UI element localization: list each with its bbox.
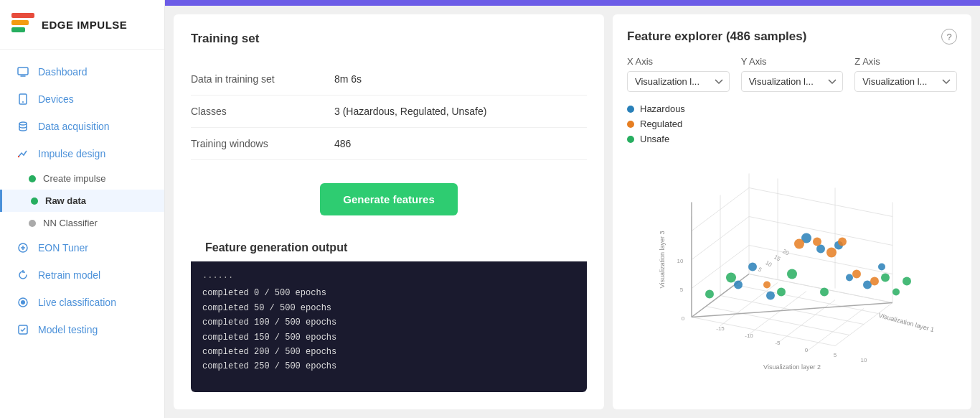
feature-output-section: Feature generation output ...... complet… <box>191 230 587 392</box>
tick-z-15: 15 <box>773 254 782 263</box>
sidebar-item-label-live: Live classification <box>38 297 116 308</box>
output-log: ...... completed 0 / 500 epochs complete… <box>191 261 587 392</box>
svg-point-2 <box>22 101 24 103</box>
grid-floor <box>692 274 892 352</box>
chart-icon <box>17 147 29 160</box>
x-axis-label-text: Visualization layer 2 <box>763 363 821 371</box>
dot-green-create <box>29 175 36 182</box>
tick-z-10: 10 <box>764 259 773 269</box>
legend-label-unsafe: Unsafe <box>640 134 669 144</box>
main-content: Training set Data in training set 8m 6s … <box>165 0 980 418</box>
sidebar-item-label-testing: Model testing <box>38 324 98 335</box>
stat-label-data: Data in training set <box>191 73 334 85</box>
sidebar-item-eon-tuner[interactable]: EON Tuner <box>0 234 164 261</box>
sidebar-item-model-testing[interactable]: Model testing <box>0 316 164 343</box>
legend-dot-hazardous <box>627 106 634 113</box>
point-u-7 <box>903 277 911 286</box>
z-axis-group: Z Axis Visualization l... <box>854 56 957 92</box>
generate-features-button[interactable]: Generate features <box>320 183 458 215</box>
legend-dot-regulated <box>627 121 634 128</box>
log-line-5: completed 250 / 500 epochs <box>202 359 575 373</box>
legend-label-hazardous: Hazardous <box>640 103 685 114</box>
point-u-5 <box>881 274 890 282</box>
sidebar: EDGE IMPULSE Dashboard Devices Data acqu… <box>0 0 165 418</box>
scatter-svg: Visualization layer 3 Visualization laye… <box>627 153 957 395</box>
stat-row-windows: Training windows 486 <box>191 128 587 160</box>
log-line-3: completed 150 / 500 epochs <box>202 330 575 345</box>
svg-line-19 <box>835 303 892 346</box>
sub-item-label-create-impulse: Create impulse <box>43 173 105 184</box>
tick-10-y: 10 <box>677 258 684 264</box>
left-panel: Training set Data in training set 8m 6s … <box>174 14 604 409</box>
z-axis-select[interactable]: Visualization l... <box>854 71 957 92</box>
sidebar-item-label-devices: Devices <box>38 93 74 105</box>
sub-item-label-raw-data: Raw data <box>45 195 86 206</box>
legend-label-regulated: Regulated <box>640 119 682 129</box>
point-u-1 <box>726 273 736 283</box>
tick-z-20: 20 <box>781 248 791 257</box>
point-r-6 <box>763 282 771 289</box>
tick-neg15: -15 <box>716 325 725 332</box>
svg-line-9 <box>692 317 835 346</box>
stat-value-classes: 3 (Hazardous, Regulated, Unsafe) <box>334 106 486 117</box>
point-r-4 <box>838 238 847 246</box>
x-axis-group: X Axis Visualization l... <box>627 56 730 92</box>
axes-controls: X Axis Visualization l... Y Axis Visuali… <box>627 56 957 92</box>
sidebar-item-label-impulse: Impulse design <box>38 148 105 159</box>
point-r-1 <box>794 239 804 249</box>
x-axis-select[interactable]: Visualization l... <box>627 71 730 92</box>
z-axis-label-text: Visualization layer 1 <box>877 312 935 333</box>
stat-row-data: Data in training set 8m 6s <box>191 63 587 96</box>
feature-explorer-title: Feature explorer (486 samples) <box>627 29 806 44</box>
log-line-4: completed 200 / 500 epochs <box>202 345 575 359</box>
svg-point-4 <box>18 156 19 157</box>
chart-legend: Hazardous Regulated Unsafe <box>627 103 957 144</box>
sidebar-item-label-retrain: Retrain model <box>38 269 100 281</box>
logo-area: EDGE IMPULSE <box>0 0 164 50</box>
point-r-2 <box>813 238 821 246</box>
legend-dot-unsafe <box>627 136 634 143</box>
point-h-7 <box>846 274 853 282</box>
point-u-6 <box>892 289 900 296</box>
test-icon <box>17 323 29 336</box>
sidebar-item-live-classification[interactable]: Live classification <box>0 289 164 316</box>
sub-item-label-nn: NN Classifier <box>43 218 98 228</box>
tick-neg5: -5 <box>775 340 781 346</box>
point-r-3 <box>826 248 837 258</box>
point-h-3 <box>766 292 775 300</box>
sidebar-item-data-acquisition[interactable]: Data acquisition <box>0 113 164 140</box>
dot-green-raw <box>31 198 38 205</box>
point-u-8 <box>705 290 714 299</box>
sidebar-item-dashboard[interactable]: Dashboard <box>0 58 164 85</box>
point-h-2 <box>748 263 757 271</box>
sidebar-item-impulse-design[interactable]: Impulse design <box>0 140 164 167</box>
y-axis-label: Y Axis <box>741 56 844 67</box>
sidebar-sub-item-create-impulse[interactable]: Create impulse <box>0 167 164 190</box>
sidebar-item-retrain-model[interactable]: Retrain model <box>0 261 164 289</box>
feature-explorer-header: Feature explorer (486 samples) ? <box>627 29 957 45</box>
tick-0: 0 <box>805 347 809 353</box>
log-header: ...... <box>202 269 575 283</box>
monitor-icon <box>17 65 29 78</box>
y-axis-select[interactable]: Visualization l... <box>741 71 844 92</box>
tick-5-y: 5 <box>680 287 684 293</box>
logo-bar-orange <box>11 20 29 25</box>
point-r-5 <box>852 270 861 279</box>
training-stats: Data in training set 8m 6s Classes 3 (Ha… <box>191 63 587 160</box>
log-line-0: completed 0 / 500 epochs <box>202 286 575 300</box>
legend-unsafe: Unsafe <box>627 134 957 144</box>
help-icon[interactable]: ? <box>941 29 957 45</box>
legend-regulated: Regulated <box>627 119 957 129</box>
sidebar-item-devices[interactable]: Devices <box>0 85 164 113</box>
sidebar-sub-item-nn-classifier[interactable]: NN Classifier <box>0 212 164 234</box>
sidebar-item-label-dashboard: Dashboard <box>38 66 88 78</box>
point-r-7 <box>870 277 879 286</box>
eon-icon <box>17 241 29 254</box>
sidebar-sub-item-raw-data[interactable]: Raw data <box>0 190 164 212</box>
sidebar-nav: Dashboard Devices Data acquisition Impul… <box>0 50 164 418</box>
stat-value-data: 8m 6s <box>334 73 362 85</box>
stat-row-classes: Classes 3 (Hazardous, Regulated, Unsafe) <box>191 96 587 128</box>
legend-hazardous: Hazardous <box>627 103 957 114</box>
live-icon <box>17 296 29 309</box>
device-icon <box>17 93 29 106</box>
